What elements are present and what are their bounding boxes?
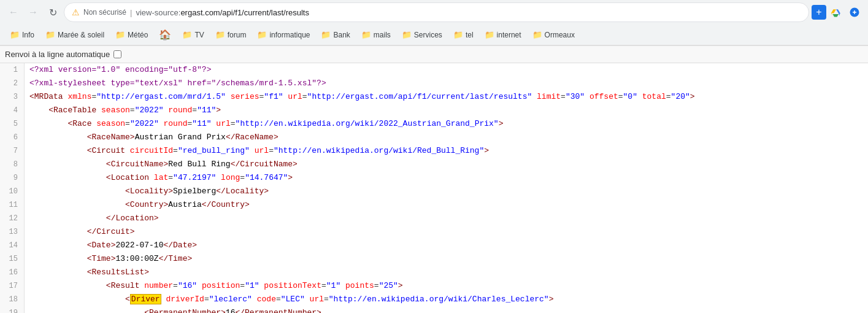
line-number: 9 xyxy=(0,171,25,185)
line-number: 5 xyxy=(0,117,25,131)
line-number: 17 xyxy=(0,279,25,293)
table-row: 3 <MRData xmlns="http://ergast.com/mrd/1… xyxy=(0,90,868,104)
line-content: <Driver driverId="leclerc" code="LEC" ur… xyxy=(25,293,553,306)
bookmark-info[interactable]: 📁 Info xyxy=(5,28,39,41)
google-drive-icon[interactable] xyxy=(828,4,845,21)
line-number: 1 xyxy=(0,63,25,77)
line-number: 18 xyxy=(0,293,25,306)
wrap-checkbox[interactable] xyxy=(113,50,121,58)
line-number: 8 xyxy=(0,158,25,171)
line-content: <CircuitName>Red Bull Ring</CircuitName> xyxy=(25,158,298,171)
browser-extensions: + xyxy=(812,4,863,21)
line-number: 14 xyxy=(0,239,25,252)
bookmark-label: forum xyxy=(228,31,247,39)
code-table: 1 <?xml version="1.0" encoding="utf-8"?>… xyxy=(0,63,868,313)
line-content: <?xml version="1.0" encoding="utf-8"?> xyxy=(25,63,211,77)
extensions-button[interactable]: + xyxy=(812,5,826,20)
line-content: <Result number="16" position="1" positio… xyxy=(25,279,403,293)
reload-button[interactable]: ↻ xyxy=(44,4,61,21)
bookmark-label: Marée & soleil xyxy=(58,31,104,39)
nav-bar: ← → ↻ ⚠ Non sécurisé | view-source:ergas… xyxy=(0,0,868,25)
line-content: <RaceName>Austrian Grand Prix</RaceName> xyxy=(25,131,278,144)
extension2-button[interactable] xyxy=(846,4,863,21)
bookmark-label: Info xyxy=(22,31,34,39)
line-number: 19 xyxy=(0,306,25,313)
line-content: <Race season="2022" round="11" url="http… xyxy=(25,117,503,131)
table-row: 15 <Time>13:00:00Z</Time> xyxy=(0,252,868,266)
folder-icon: 📁 xyxy=(453,30,463,39)
bookmark-services[interactable]: 📁 Services xyxy=(397,28,447,41)
table-row: 2 <?xml-stylesheet type="text/xsl" href=… xyxy=(0,77,868,90)
table-row: 5 <Race season="2022" round="11" url="ht… xyxy=(0,117,868,131)
folder-icon: 📁 xyxy=(10,30,20,39)
bookmark-home[interactable]: 🏠 xyxy=(154,27,176,42)
source-code-view: 1 <?xml version="1.0" encoding="utf-8"?>… xyxy=(0,63,868,313)
folder-icon: 📁 xyxy=(532,30,542,39)
table-row: 6 <RaceName>Austrian Grand Prix</RaceNam… xyxy=(0,131,868,144)
url-path: /api/f1/current/last/results xyxy=(220,8,309,17)
line-number: 2 xyxy=(0,77,25,90)
folder-icon: 📁 xyxy=(361,30,371,39)
bookmark-informatique[interactable]: 📁 informatique xyxy=(252,28,315,41)
line-content: </Location> xyxy=(25,212,159,225)
line-content: <PermanentNumber>16</PermanentNumber> xyxy=(25,306,321,313)
security-text: Non sécurisé xyxy=(83,8,126,17)
view-source-toolbar: Renvoi à la ligne automatique xyxy=(0,46,868,63)
line-content: <Time>13:00:00Z</Time> xyxy=(25,252,192,266)
bookmark-label: informatique xyxy=(269,31,310,39)
table-row: 11 <Country>Austria</Country> xyxy=(0,198,868,212)
bookmark-forum[interactable]: 📁 forum xyxy=(210,28,252,41)
table-row: 10 <Locality>Spielberg</Locality> xyxy=(0,185,868,198)
table-row: 17 <Result number="16" position="1" posi… xyxy=(0,279,868,293)
table-row: 7 <Circuit circuitId="red_bull_ring" url… xyxy=(0,144,868,158)
url-prefix: view-source: xyxy=(136,8,180,17)
security-icon: ⚠ xyxy=(72,7,80,17)
wrap-label: Renvoi à la ligne automatique xyxy=(5,50,110,59)
bookmarks-bar: 📁 Info 📁 Marée & soleil 📁 Météo 🏠 📁 TV 📁… xyxy=(0,25,868,45)
address-bar[interactable]: ⚠ Non sécurisé | view-source:ergast.com/… xyxy=(64,2,809,22)
forward-button[interactable]: → xyxy=(25,4,42,21)
table-row: 1 <?xml version="1.0" encoding="utf-8"?> xyxy=(0,63,868,77)
line-content: </Circuit> xyxy=(25,225,135,239)
bookmark-label: Ormeaux xyxy=(545,31,575,39)
bookmark-internet[interactable]: 📁 internet xyxy=(480,28,526,41)
folder-icon: 📁 xyxy=(115,30,125,39)
table-row: 19 <PermanentNumber>16</PermanentNumber> xyxy=(0,306,868,313)
bookmark-mails[interactable]: 📁 mails xyxy=(356,28,396,41)
line-content: <Location lat="47.2197" long="14.7647"> xyxy=(25,171,293,185)
line-number: 11 xyxy=(0,198,25,212)
table-row: 18 <Driver driverId="leclerc" code="LEC"… xyxy=(0,293,868,306)
folder-icon: 📁 xyxy=(182,30,192,39)
line-content: <Locality>Spielberg</Locality> xyxy=(25,185,269,198)
bookmark-label: Services xyxy=(414,31,442,39)
table-row: 9 <Location lat="47.2197" long="14.7647"… xyxy=(0,171,868,185)
bookmark-label: TV xyxy=(194,31,204,39)
line-content: <Country>Austria</Country> xyxy=(25,198,250,212)
table-row: 14 <Date>2022-07-10</Date> xyxy=(0,239,868,252)
line-number: 16 xyxy=(0,266,25,279)
folder-icon: 📁 xyxy=(321,30,331,39)
bookmark-tel[interactable]: 📁 tel xyxy=(448,28,478,41)
bookmark-label: Météo xyxy=(128,31,148,39)
table-row: 12 </Location> xyxy=(0,212,868,225)
url-domain: ergast.com xyxy=(180,8,220,17)
folder-icon: 📁 xyxy=(45,30,55,39)
bookmark-meteo[interactable]: 📁 Météo xyxy=(110,28,153,41)
line-number: 13 xyxy=(0,225,25,239)
line-content: <ResultsList> xyxy=(25,266,149,279)
bookmark-ormeaux[interactable]: 📁 Ormeaux xyxy=(528,28,580,41)
line-number: 7 xyxy=(0,144,25,158)
bookmark-label: mails xyxy=(374,31,391,39)
line-number: 3 xyxy=(0,90,25,104)
bookmark-tv[interactable]: 📁 TV xyxy=(177,28,209,41)
bookmark-label: tel xyxy=(466,31,474,39)
bookmark-bank[interactable]: 📁 Bank xyxy=(316,28,355,41)
line-content: <MRData xmlns="http://ergast.com/mrd/1.5… xyxy=(25,90,695,104)
line-number: 10 xyxy=(0,185,25,198)
line-number: 12 xyxy=(0,212,25,225)
line-number: 4 xyxy=(0,104,25,117)
line-number: 6 xyxy=(0,131,25,144)
back-button[interactable]: ← xyxy=(5,4,22,21)
folder-icon: 📁 xyxy=(215,30,225,39)
bookmark-maree[interactable]: 📁 Marée & soleil xyxy=(40,28,109,41)
